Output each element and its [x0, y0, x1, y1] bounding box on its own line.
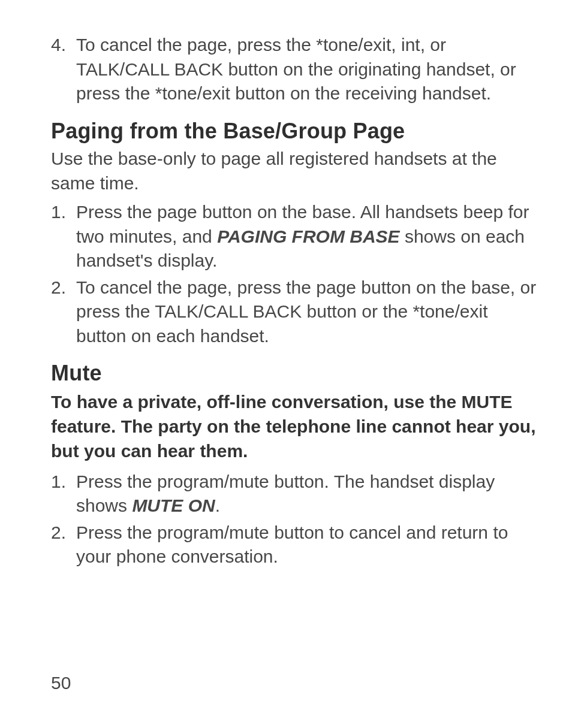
section2-item-1: 1. Press the program/mute button. The ha…	[51, 470, 539, 518]
list-number: 2.	[51, 276, 66, 300]
emphasis-paging-from-base: PAGING FROM BASE	[217, 226, 399, 246]
section1-lead: Use the base-only to page all registered…	[51, 147, 539, 195]
heading-mute: Mute	[51, 359, 539, 388]
list-number: 1.	[51, 470, 66, 494]
list-text: To cancel the page, press the *tone/exit…	[76, 35, 516, 103]
list-text: Press the program/mute button to cancel …	[76, 522, 508, 567]
section2-list: 1. Press the program/mute button. The ha…	[51, 470, 539, 569]
list-number: 4.	[51, 33, 66, 58]
list-number: 2.	[51, 521, 66, 545]
page-number: 50	[51, 671, 71, 696]
section2-subheading: To have a private, off-line conversation…	[51, 389, 539, 464]
top-continuation-list: 4. To cancel the page, press the *tone/e…	[51, 33, 539, 106]
section1-item-2: 2. To cancel the page, press the page bu…	[51, 276, 539, 349]
section1-list: 1. Press the page button on the base. Al…	[51, 200, 539, 348]
list-text: To cancel the page, press the page butto…	[76, 277, 536, 346]
section2-item-2: 2. Press the program/mute button to canc…	[51, 521, 539, 569]
heading-paging-from-base: Paging from the Base/Group Page	[51, 117, 539, 146]
list-number: 1.	[51, 200, 66, 225]
emphasis-mute-on: MUTE ON	[132, 496, 215, 515]
section1-item-1: 1. Press the page button on the base. Al…	[51, 200, 539, 273]
list-text-post: .	[215, 496, 220, 515]
list-item-4: 4. To cancel the page, press the *tone/e…	[51, 33, 539, 106]
document-page: 4. To cancel the page, press the *tone/e…	[0, 0, 572, 728]
